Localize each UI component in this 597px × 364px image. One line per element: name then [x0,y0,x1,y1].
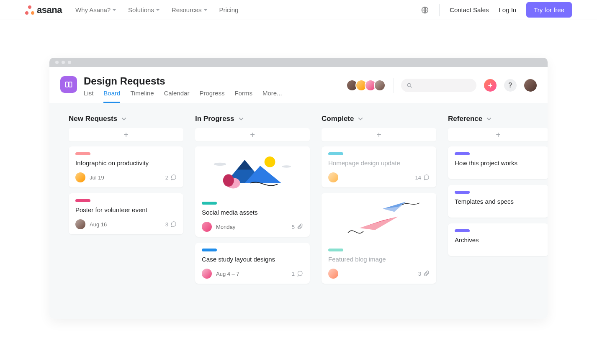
svg-point-9 [223,174,234,187]
comment-count: 2 [165,174,168,181]
login-link[interactable]: Log In [499,6,516,13]
tab-forms[interactable]: Forms [234,90,252,103]
tab-board[interactable]: Board [103,90,120,103]
add-card-button[interactable]: + [195,128,310,141]
divider [393,78,394,93]
task-date: Aug 4 – 7 [216,271,239,277]
task-title: Templates and specs [455,198,542,205]
column-header[interactable]: New Requests [69,115,183,123]
column-header[interactable]: Reference [448,115,548,123]
card-illustration [195,146,310,197]
task-tag [328,152,343,155]
card-illustration [322,193,436,244]
add-card-button[interactable]: + [69,128,183,141]
chevron-down-icon [112,8,116,12]
assignee-avatar [328,172,338,182]
attachment-count: 5 [292,224,295,230]
task-date: Jul 19 [90,174,104,181]
task-title: Social media assets [202,209,303,216]
task-card[interactable]: How this project works [448,146,548,179]
divider [439,4,440,16]
search-input[interactable] [401,79,476,92]
help-button[interactable]: ? [504,79,517,92]
avatar [374,79,386,91]
task-card[interactable]: Archives [448,223,548,256]
project-tabs: List Board Timeline Calendar Progress Fo… [84,90,282,103]
task-title: Poster for volunteer event [75,206,177,213]
assignee-avatar [202,269,212,279]
column-new-requests: New Requests + Infographic on productivi… [69,115,183,240]
attachment-icon [296,223,303,230]
task-title: Featured blog image [328,256,430,263]
task-card[interactable]: Templates and specs [448,185,548,218]
attachment-icon [423,270,430,277]
comment-count: 14 [415,174,421,181]
task-tag [75,152,90,155]
add-card-button[interactable]: + [448,128,548,141]
comment-icon [296,270,303,277]
task-card[interactable]: Social media assets Monday 5 [195,146,310,237]
svg-point-4 [265,156,275,167]
task-card[interactable]: Case study layout designs Aug 4 – 7 1 [195,243,310,284]
task-card[interactable]: Poster for volunteer event Aug 16 3 [69,193,183,234]
project-header: Design Requests List Board Timeline Cale… [49,67,548,103]
nav-solutions[interactable]: Solutions [128,6,160,13]
task-title: Archives [455,236,542,244]
comment-count: 1 [292,271,295,277]
column-header[interactable]: In Progress [195,115,310,123]
svg-marker-7 [237,160,252,169]
chevron-down-icon [156,8,160,12]
task-date: Aug 16 [90,221,107,228]
task-tag [202,202,217,205]
project-members[interactable] [346,79,386,91]
tab-list[interactable]: List [84,90,93,103]
project-icon [60,76,77,93]
task-card[interactable]: Featured blog image 3 [322,193,436,284]
column-complete: Complete + Homepage design update 14 [322,115,436,290]
task-title: Case study layout designs [202,256,303,263]
task-card[interactable]: Homepage design update 14 [322,146,436,187]
search-icon [406,82,413,89]
column-reference: Reference + How this project works Templ… [448,115,548,262]
chevron-down-icon [358,116,363,121]
comment-count: 3 [165,221,168,228]
tab-timeline[interactable]: Timeline [130,90,154,103]
tab-progress[interactable]: Progress [199,90,224,103]
contact-sales-link[interactable]: Contact Sales [450,6,489,13]
nav-pricing[interactable]: Pricing [219,6,239,13]
svg-point-11 [282,165,291,168]
svg-rect-1 [66,82,69,87]
column-header[interactable]: Complete [322,115,436,123]
window-titlebar [49,58,548,67]
svg-rect-2 [69,82,72,87]
global-add-button[interactable]: + [484,79,497,92]
current-user-avatar[interactable] [524,79,537,92]
globe-icon[interactable] [421,6,429,14]
tab-calendar[interactable]: Calendar [164,90,190,103]
task-tag [75,199,90,202]
nav-resources[interactable]: Resources [172,6,208,13]
task-title: Infographic on productivity [75,159,177,167]
task-title: Homepage design update [328,159,430,167]
tab-more[interactable]: More... [262,90,282,103]
project-title: Design Requests [84,75,282,87]
svg-point-10 [214,163,226,166]
add-card-button[interactable]: + [322,128,436,141]
app-window: Design Requests List Board Timeline Cale… [49,58,548,319]
assignee-avatar [75,219,85,229]
task-title: How this project works [455,159,542,167]
brand-logo[interactable]: asana [25,5,62,15]
nav-why-asana[interactable]: Why Asana? [75,6,116,13]
chevron-down-icon [486,116,491,121]
assignee-avatar [75,172,85,182]
comment-icon [170,221,177,228]
svg-point-3 [407,83,411,87]
task-card[interactable]: Infographic on productivity Jul 19 2 [69,146,183,187]
try-for-free-button[interactable]: Try for free [526,2,572,18]
brand-name: asana [37,5,62,15]
logo-icon [25,5,34,15]
task-tag [328,249,343,251]
chevron-down-icon [121,116,126,121]
assignee-avatar [202,222,212,232]
comment-icon [423,174,430,181]
